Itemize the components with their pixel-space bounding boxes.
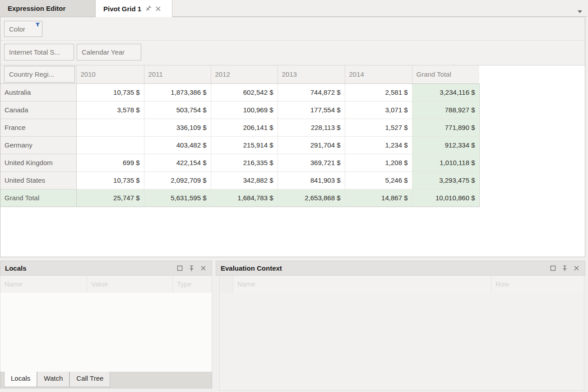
- row-header[interactable]: Canada: [0, 101, 76, 119]
- pivot-total-cell[interactable]: 10,010,860 $: [412, 189, 479, 207]
- pivot-cell[interactable]: 1,527 $: [345, 119, 412, 136]
- pivot-cell[interactable]: 369,721 $: [278, 154, 345, 171]
- column-header-2010[interactable]: 2010: [76, 65, 144, 83]
- pivot-cell[interactable]: 1,873,386 $: [144, 83, 211, 101]
- evaluation-context-grid: Name Row: [219, 276, 584, 391]
- pivot-cell[interactable]: 336,109 $: [144, 119, 211, 136]
- pivot-cell[interactable]: 100,969 $: [211, 101, 278, 119]
- table-row: Germany 403,482 $ 215,914 $ 291,704 $ 1,…: [0, 136, 479, 154]
- pivot-cell[interactable]: 291,704 $: [278, 136, 345, 154]
- column-header-2011[interactable]: 2011: [144, 65, 211, 83]
- pivot-total-cell[interactable]: 788,927 $: [412, 101, 479, 119]
- pivot-cell[interactable]: 841,903 $: [278, 171, 345, 189]
- pivot-cell[interactable]: 403,482 $: [144, 136, 211, 154]
- row-area-header: Country Regi...: [0, 65, 76, 83]
- pivot-total-cell[interactable]: 3,293,475 $: [412, 171, 479, 189]
- pin-icon[interactable]: [559, 263, 570, 274]
- table-row: Australia 10,735 $ 1,873,386 $ 602,542 $…: [0, 83, 479, 101]
- column-header-2014[interactable]: 2014: [345, 65, 412, 83]
- pivot-table: Country Regi... 2010 2011 2012 2013 2014…: [0, 65, 480, 207]
- pivot-cell[interactable]: 422,154 $: [144, 154, 211, 171]
- close-icon[interactable]: [570, 263, 582, 274]
- data-field-button-color[interactable]: Color: [4, 21, 42, 37]
- close-icon[interactable]: [197, 263, 209, 274]
- close-icon[interactable]: [155, 6, 161, 12]
- chevron-down-icon[interactable]: [578, 7, 582, 15]
- tab-pivot-grid-1[interactable]: Pivot Grid 1: [96, 0, 172, 17]
- pivot-total-cell[interactable]: 2,653,868 $: [278, 189, 345, 207]
- pivot-cell[interactable]: 2,092,709 $: [144, 171, 211, 189]
- panel-footer-strip: [0, 388, 212, 392]
- pivot-column-header-row: Country Regi... 2010 2011 2012 2013 2014…: [0, 65, 479, 83]
- tab-expression-editor[interactable]: Expression Editor: [0, 0, 96, 17]
- tab-locals[interactable]: Locals: [4, 372, 37, 387]
- pivot-total-cell[interactable]: 771,890 $: [412, 119, 479, 136]
- column-header-2013[interactable]: 2013: [278, 65, 345, 83]
- pivot-total-cell[interactable]: 912,334 $: [412, 136, 479, 154]
- pivot-total-cell[interactable]: 5,631,595 $: [144, 189, 211, 207]
- column-field-button-calendar-year[interactable]: Calendar Year: [77, 44, 141, 60]
- row-header-grand-total[interactable]: Grand Total: [0, 189, 76, 207]
- pivot-total-cell[interactable]: 1,010,118 $: [412, 154, 479, 171]
- pivot-cell[interactable]: 216,335 $: [211, 154, 278, 171]
- pivot-cell[interactable]: 10,735 $: [76, 171, 144, 189]
- pivot-cell[interactable]: 699 $: [76, 154, 144, 171]
- pivot-cell[interactable]: 177,554 $: [278, 101, 345, 119]
- pivot-cell[interactable]: 503,754 $: [144, 101, 211, 119]
- pivot-cell[interactable]: 1,234 $: [345, 136, 412, 154]
- pivot-cell[interactable]: [76, 136, 144, 154]
- pivot-cell[interactable]: 602,542 $: [211, 83, 278, 101]
- pivot-cell[interactable]: 3,578 $: [76, 101, 144, 119]
- pivot-total-cell[interactable]: 1,684,783 $: [211, 189, 278, 207]
- field-label: Color: [9, 25, 25, 33]
- row-header[interactable]: United States: [0, 171, 76, 189]
- document-tab-strip: Expression Editor Pivot Grid 1: [0, 0, 588, 17]
- pivot-cell[interactable]: 1,208 $: [345, 154, 412, 171]
- column-header-area: Internet Total S... Calendar Year: [0, 41, 585, 65]
- pivot-cell[interactable]: 10,735 $: [76, 83, 144, 101]
- column-header-row[interactable]: Row: [491, 276, 584, 293]
- maximize-icon[interactable]: [174, 263, 185, 274]
- pivot-total-cell[interactable]: 14,867 $: [345, 189, 412, 207]
- field-label: Country Regi...: [9, 70, 54, 78]
- pivot-cell[interactable]: 228,113 $: [278, 119, 345, 136]
- row-header[interactable]: United Kingdom: [0, 154, 76, 171]
- pivot-cell[interactable]: 5,246 $: [345, 171, 412, 189]
- pivot-cell[interactable]: 206,141 $: [211, 119, 278, 136]
- maximize-icon[interactable]: [547, 263, 559, 274]
- table-row: United Kingdom 699 $ 422,154 $ 216,335 $…: [0, 154, 479, 171]
- column-header-name[interactable]: Name: [0, 276, 87, 293]
- pivot-total-cell[interactable]: 3,234,116 $: [412, 83, 479, 101]
- evaluation-context-content-area: [219, 293, 584, 391]
- column-header-2012[interactable]: 2012: [211, 65, 278, 83]
- row-header[interactable]: France: [0, 119, 76, 136]
- pivot-cell[interactable]: 215,914 $: [211, 136, 278, 154]
- column-header-type[interactable]: Type: [173, 276, 212, 293]
- row-header[interactable]: Australia: [0, 83, 76, 101]
- panel-title: Evaluation Context: [221, 264, 547, 272]
- pivot-cell[interactable]: 744,872 $: [278, 83, 345, 101]
- column-header-grand-total[interactable]: Grand Total: [412, 65, 479, 83]
- tab-label: Expression Editor: [8, 5, 65, 12]
- column-field-button-internet-total-sales[interactable]: Internet Total S...: [4, 44, 74, 60]
- pivot-cell[interactable]: 2,581 $: [345, 83, 412, 101]
- grand-total-row: Grand Total 25,747 $ 5,631,595 $ 1,684,7…: [0, 189, 479, 207]
- pivot-total-cell[interactable]: 25,747 $: [76, 189, 144, 207]
- column-header-name[interactable]: Name: [233, 276, 491, 293]
- locals-panel-titlebar: Locals: [0, 261, 212, 276]
- locals-panel: Locals Name Value Type Locals Watch Call…: [0, 261, 212, 392]
- locals-content-area: [0, 293, 212, 372]
- pivot-cell[interactable]: 3,071 $: [345, 101, 412, 119]
- pin-icon[interactable]: [144, 4, 153, 13]
- column-header-value[interactable]: Value: [87, 276, 173, 293]
- pivot-cell[interactable]: 342,882 $: [211, 171, 278, 189]
- row-field-button-country-region[interactable]: Country Regi...: [4, 66, 75, 83]
- filter-funnel-icon[interactable]: [35, 23, 40, 27]
- tab-watch[interactable]: Watch: [37, 372, 69, 387]
- tab-label: Pivot Grid 1: [103, 5, 141, 13]
- row-header[interactable]: Germany: [0, 136, 76, 154]
- pin-icon[interactable]: [185, 263, 197, 274]
- pivot-cell[interactable]: [76, 119, 144, 136]
- data-header-area: Color: [0, 17, 585, 41]
- tab-call-tree[interactable]: Call Tree: [69, 372, 110, 387]
